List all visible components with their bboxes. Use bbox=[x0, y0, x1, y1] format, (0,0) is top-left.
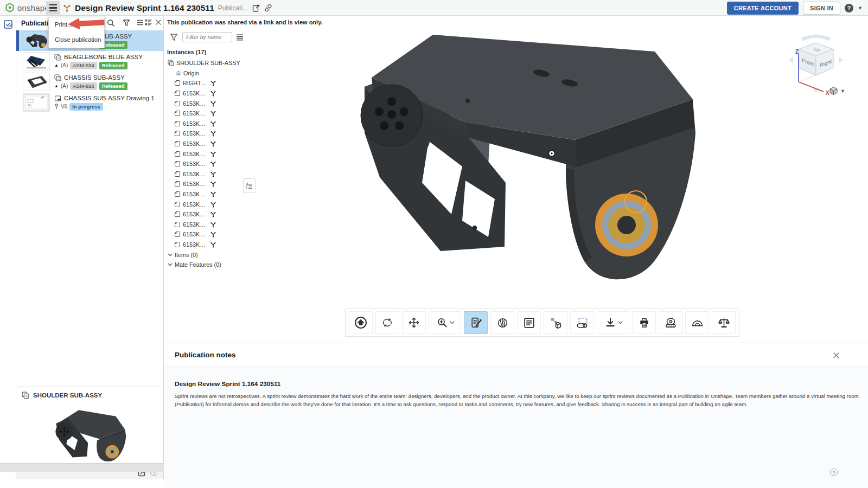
cube-icon bbox=[829, 86, 838, 95]
mate-connector-icon[interactable] bbox=[210, 80, 216, 86]
mate-connector-icon[interactable] bbox=[210, 181, 216, 187]
pan-view-button[interactable] bbox=[402, 311, 426, 334]
measure-angle-button[interactable] bbox=[685, 311, 709, 334]
notes-header: Publication notes bbox=[164, 343, 868, 367]
help-caret-icon[interactable]: ▼ bbox=[858, 5, 863, 11]
document-thumbnail bbox=[23, 73, 50, 91]
help-button[interactable]: ? bbox=[845, 4, 853, 12]
document-row-chassis-drawing[interactable]: CHASSIS SUB-ASSY Drawing 1 V6 In progres… bbox=[16, 92, 163, 113]
mate-connector-icon[interactable] bbox=[210, 151, 216, 157]
notes-help-icon[interactable]: ? bbox=[830, 468, 838, 476]
instance-row[interactable]: 6153K2... bbox=[165, 119, 246, 129]
instance-row[interactable]: 6153K2... bbox=[165, 88, 246, 99]
rotate-view-button[interactable] bbox=[375, 311, 399, 334]
instance-label: 6153K2... bbox=[183, 211, 208, 217]
home-view-button[interactable] bbox=[349, 311, 373, 334]
list-options-icon[interactable] bbox=[236, 34, 244, 41]
3d-viewport[interactable] bbox=[250, 30, 781, 309]
mate-connector-icon[interactable] bbox=[210, 120, 216, 127]
mate-connector-icon[interactable] bbox=[210, 201, 216, 208]
zoom-view-button[interactable] bbox=[429, 311, 461, 334]
left-icon-rail bbox=[0, 16, 16, 479]
notes-close-icon[interactable] bbox=[833, 352, 840, 359]
mate-connector-icon[interactable] bbox=[210, 211, 216, 217]
zoom-options-caret-icon[interactable] bbox=[450, 321, 455, 324]
origin-label: Origin bbox=[183, 70, 199, 76]
mate-connector-icon[interactable] bbox=[210, 100, 216, 107]
tree-mate-features-row[interactable]: Mate Features (0) bbox=[165, 260, 246, 270]
instance-row[interactable]: RIGHT S... bbox=[165, 78, 246, 88]
instance-row[interactable]: 6153K2... bbox=[165, 129, 246, 139]
copy-view-button[interactable] bbox=[544, 311, 567, 334]
create-account-button[interactable]: CREATE ACCOUNT bbox=[727, 2, 799, 15]
instance-row[interactable]: 6153K2... bbox=[165, 108, 246, 119]
mate-connector-icon[interactable] bbox=[210, 90, 216, 97]
download-options-caret-icon[interactable] bbox=[618, 321, 623, 324]
mate-connector-icon[interactable] bbox=[210, 110, 216, 117]
z-axis-label: Z bbox=[795, 49, 799, 55]
link-icon[interactable] bbox=[264, 4, 272, 12]
close-panel-icon[interactable] bbox=[155, 19, 162, 25]
mate-connector-icon[interactable] bbox=[210, 221, 216, 228]
mate-connector-icon[interactable] bbox=[210, 140, 216, 147]
instance-label: 6153K2... bbox=[183, 231, 208, 237]
mate-connector-icon[interactable] bbox=[210, 171, 216, 177]
section-view-button[interactable] bbox=[490, 311, 514, 334]
instance-row[interactable]: 6153K2... bbox=[165, 199, 246, 209]
main-area: This publication was shared via a link a… bbox=[164, 16, 868, 488]
search-icon[interactable] bbox=[107, 19, 115, 27]
measure-distance-button[interactable] bbox=[659, 311, 682, 334]
document-thumbnail bbox=[23, 52, 50, 70]
tree-root-row[interactable]: SHOULDER SUB-ASSY bbox=[165, 58, 246, 68]
filter-input[interactable] bbox=[182, 32, 232, 42]
menu-item-close-publication[interactable]: Close publication bbox=[49, 31, 104, 48]
detail-view-icon[interactable] bbox=[145, 19, 152, 26]
view-pivot-icon bbox=[549, 151, 555, 157]
mate-connector-icon[interactable] bbox=[210, 191, 216, 197]
instance-row[interactable]: 6153K2... bbox=[165, 159, 246, 169]
download-button[interactable] bbox=[597, 311, 629, 334]
instance-row[interactable]: 6153K2... bbox=[165, 179, 246, 189]
instance-row[interactable]: 6153K2... bbox=[165, 98, 246, 108]
instance-label: 6153K2... bbox=[183, 90, 208, 97]
preview-canvas[interactable] bbox=[16, 401, 163, 465]
print-button[interactable] bbox=[632, 311, 656, 334]
document-row-chassis-sub-assy[interactable]: CHASSIS SUB-ASSY ▲ (A) ASM-926 Released bbox=[16, 72, 163, 92]
status-badge: In progress bbox=[69, 103, 103, 111]
drawing-doc-icon bbox=[54, 95, 61, 102]
view-mode-button[interactable]: ▼ bbox=[829, 86, 845, 95]
hamburger-menu-button[interactable] bbox=[46, 1, 60, 15]
part-icon bbox=[174, 100, 181, 107]
mass-properties-button[interactable] bbox=[712, 311, 736, 334]
instance-row[interactable]: 6153K2... bbox=[165, 149, 246, 159]
tree-items-row[interactable]: Items (0) bbox=[165, 249, 246, 260]
filter-icon[interactable] bbox=[170, 33, 178, 41]
instance-label: 6153K2... bbox=[183, 130, 208, 137]
copy-document-icon[interactable] bbox=[252, 4, 260, 12]
isolate-button[interactable] bbox=[570, 311, 594, 334]
instance-row[interactable]: 6153K2... bbox=[165, 169, 246, 179]
tree-origin-row[interactable]: Origin bbox=[165, 68, 246, 79]
instance-row[interactable]: 6153K2... bbox=[165, 209, 246, 220]
onshape-logo[interactable]: onshape bbox=[5, 3, 49, 12]
mate-connector-icon[interactable] bbox=[210, 130, 216, 137]
instance-row[interactable]: 6153K2... bbox=[165, 229, 246, 240]
menu-item-print[interactable]: Print... bbox=[49, 17, 104, 31]
publication-panel-icon[interactable] bbox=[3, 20, 13, 29]
reference-badge: ASM-926 bbox=[70, 82, 97, 90]
instance-row[interactable]: 6153K2... bbox=[165, 220, 246, 230]
instance-label: 6153K2... bbox=[183, 221, 208, 228]
instance-row[interactable]: 6153K2... bbox=[165, 240, 246, 250]
document-row-beaglebone-blue-assy[interactable]: BEAGLEBONE BLUE ASSY ▲ (A) ASM-934 Relea… bbox=[16, 51, 163, 72]
named-views-button[interactable] bbox=[517, 311, 541, 334]
instance-row[interactable]: 6153K2... bbox=[165, 139, 246, 149]
instance-row[interactable]: 6153K2... bbox=[165, 189, 246, 200]
instance-label: RIGHT S... bbox=[183, 80, 208, 86]
sign-in-button[interactable]: SIGN IN bbox=[803, 2, 840, 15]
list-view-icon[interactable] bbox=[137, 19, 144, 26]
filter-icon[interactable] bbox=[123, 19, 130, 27]
mate-connector-icon[interactable] bbox=[210, 231, 216, 237]
mate-connector-icon[interactable] bbox=[210, 160, 216, 167]
markup-button[interactable] bbox=[464, 311, 488, 334]
mate-connector-icon[interactable] bbox=[210, 241, 216, 248]
